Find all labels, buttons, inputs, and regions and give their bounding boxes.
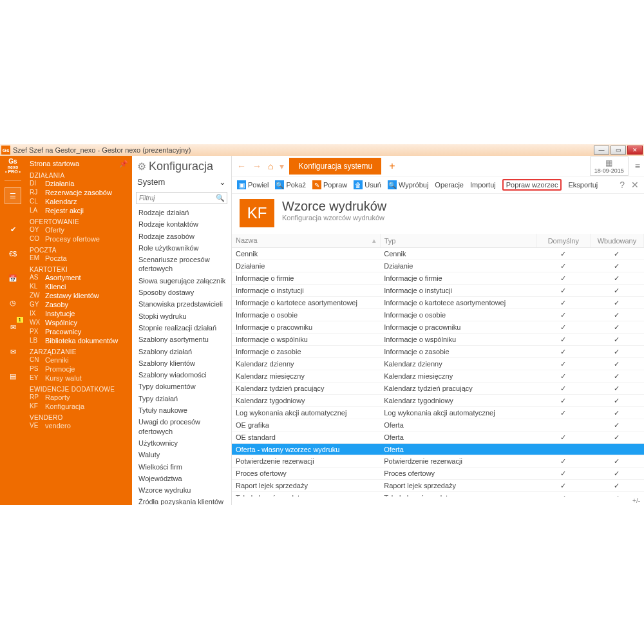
table-row[interactable]: CennikCennik✓✓: [232, 248, 644, 260]
tree-item[interactable]: Role użytkowników: [137, 242, 231, 254]
table-row[interactable]: Kalendarz tydzień pracującyKalendarz tyd…: [232, 383, 644, 395]
table-row[interactable]: Informacje o osobieInformacje o osobie✓✓: [232, 309, 644, 321]
sidebar-item[interactable]: KFKonfiguracja: [30, 402, 132, 411]
options-icon[interactable]: ≡: [635, 161, 640, 171]
tree-filter-input[interactable]: [136, 192, 227, 204]
certificate-icon[interactable]: ▤: [5, 368, 21, 384]
pin-icon[interactable]: 📌: [119, 160, 128, 168]
tree-item[interactable]: Szablony klientów: [137, 357, 231, 369]
search-icon[interactable]: 🔍: [216, 194, 225, 202]
sidebar-item[interactable]: CNCenniki: [30, 355, 132, 365]
table-row[interactable]: Kalendarz dziennyKalendarz dzienny✓✓: [232, 358, 644, 370]
tree-section[interactable]: System⌄: [132, 175, 231, 189]
close-button[interactable]: ✕: [627, 146, 643, 155]
sidebar-item[interactable]: EYKursy walut: [30, 374, 132, 383]
date-picker[interactable]: ▦18-09-2015: [590, 156, 629, 176]
grid[interactable]: Nazwa ▴ Typ Domyślny Wbudowany CennikCen…: [232, 234, 644, 497]
tree-item[interactable]: Wielkości firm: [137, 461, 231, 473]
check-circle-icon[interactable]: ✔: [5, 221, 21, 238]
col-typ[interactable]: Typ: [380, 234, 536, 248]
tree-item[interactable]: Użytkownicy: [137, 437, 231, 449]
table-row[interactable]: Oferta - własny wzorzec wydrukuOferta: [232, 444, 644, 455]
sidebar-item[interactable]: EMPoczta: [30, 254, 132, 263]
col-wbudowany[interactable]: Wbudowany: [590, 234, 643, 248]
tab-active[interactable]: Konfiguracja systemu: [289, 158, 381, 175]
tree-item[interactable]: Rodzaje działań: [137, 207, 231, 218]
table-row[interactable]: Informacje o wspólnikuInformacje o wspól…: [232, 334, 644, 346]
clock-icon[interactable]: ◷: [5, 294, 21, 311]
table-row[interactable]: Potwierdzenie rezerwacjiPotwierdzenie re…: [232, 455, 644, 468]
sidebar-item[interactable]: LBBiblioteka dokumentów: [30, 336, 132, 345]
popraw-wzorzec-button[interactable]: Popraw wzorzec: [502, 179, 562, 191]
tree-item[interactable]: Szablony wiadomości: [137, 369, 231, 381]
tree-item[interactable]: Województwa: [137, 473, 231, 484]
operacje-button[interactable]: Operacje: [435, 181, 464, 189]
table-row[interactable]: OE grafikaOferta✓: [232, 419, 644, 431]
mail-icon[interactable]: ✉: [5, 343, 21, 360]
sidebar-item[interactable]: PXPracownicy: [30, 327, 132, 336]
table-row[interactable]: Tabela kursów walutTabela kursów walut✓✓: [232, 492, 644, 497]
tree-item[interactable]: Sposoby dostawy: [137, 287, 231, 298]
tree-item[interactable]: Wzorce wydruku: [137, 484, 231, 496]
sidebar-item[interactable]: DIDziałania: [30, 179, 132, 188]
close-panel-icon[interactable]: ✕: [631, 180, 639, 190]
sidebar-item[interactable]: OYOferty: [30, 225, 132, 234]
table-row[interactable]: Proces ofertowyProces ofertowy✓✓: [232, 468, 644, 480]
table-row[interactable]: Log wykonania akcji automatycznejLog wyk…: [232, 407, 644, 419]
sidebar-item[interactable]: GYZasoby: [30, 300, 132, 309]
tree-item[interactable]: Stopki wydruku: [137, 310, 231, 322]
table-row[interactable]: Kalendarz miesięcznyKalendarz miesięczny…: [232, 370, 644, 383]
table-row[interactable]: Informacje o pracownikuInformacje o prac…: [232, 321, 644, 334]
col-nazwa[interactable]: Nazwa ▴: [232, 234, 380, 248]
table-row[interactable]: Informacje o firmieInformacje o firmie✓✓: [232, 272, 644, 285]
col-domyslny[interactable]: Domyślny: [536, 234, 590, 248]
tree-item[interactable]: Scenariusze procesów ofertowych: [137, 254, 231, 275]
table-row[interactable]: Informacje o instytucjiInformacje o inst…: [232, 285, 644, 297]
tree-item[interactable]: Źródła pozyskania klientów: [137, 496, 231, 505]
sidebar-item[interactable]: ASAsortyment: [30, 273, 132, 282]
tree-item[interactable]: Słowa sugerujące załącznik: [137, 275, 231, 287]
wyprobuj-button[interactable]: 🔍Wypróbuj: [388, 180, 428, 189]
tree-item[interactable]: Typy działań: [137, 393, 231, 404]
titlebar[interactable]: Gs Szef Szef na Gestor_nexo - Gestor nex…: [0, 144, 644, 156]
sidebar-start[interactable]: Strona startowa📌: [30, 158, 132, 169]
tree-item[interactable]: Waluty: [137, 449, 231, 460]
nav-back-icon[interactable]: ←: [236, 161, 247, 171]
chevron-down-icon[interactable]: ▾: [278, 161, 285, 171]
eksportuj-button[interactable]: Eksportuj: [568, 181, 598, 189]
tree-item[interactable]: Szablony działań: [137, 346, 231, 357]
sidebar-item[interactable]: KLKlienci: [30, 282, 132, 291]
popraw-button[interactable]: ✎Popraw: [312, 180, 347, 189]
grid-footer[interactable]: +/-: [232, 497, 644, 505]
sidebar-item[interactable]: RJRezerwacje zasobów: [30, 188, 132, 197]
table-row[interactable]: Informacje o kartotece asortymentowejInf…: [232, 297, 644, 309]
menu-icon[interactable]: ☰: [5, 187, 21, 204]
nav-fwd-icon[interactable]: →: [251, 161, 263, 171]
tree-item[interactable]: Rodzaje zasobów: [137, 231, 231, 242]
table-row[interactable]: Raport lejek sprzedażyRaport lejek sprze…: [232, 480, 644, 492]
tab-add[interactable]: +: [385, 160, 399, 172]
sidebar-item[interactable]: PSPromocje: [30, 365, 132, 374]
table-row[interactable]: Kalendarz tygodniowyKalendarz tygodniowy…: [232, 395, 644, 407]
sidebar-item[interactable]: LARejestr akcji: [30, 206, 132, 215]
currency-icon[interactable]: €$: [5, 245, 21, 262]
usun-button[interactable]: 🗑Usuń: [354, 180, 381, 189]
tree-item[interactable]: Rodzaje kontaktów: [137, 218, 231, 230]
sidebar-item[interactable]: RPRaporty: [30, 393, 132, 402]
tree-list[interactable]: Rodzaje działańRodzaje kontaktówRodzaje …: [132, 207, 231, 505]
powiel-button[interactable]: ▣Powiel: [237, 180, 269, 189]
help-icon[interactable]: ?: [620, 180, 625, 190]
sidebar-item[interactable]: ZWZestawy klientów: [30, 291, 132, 300]
pokaz-button[interactable]: 🔍Pokaż: [275, 180, 306, 189]
importuj-button[interactable]: Importuj: [470, 181, 496, 189]
tree-item[interactable]: Szablony asortymentu: [137, 334, 231, 345]
tree-item[interactable]: Stanowiska przedstawicieli: [137, 298, 231, 310]
sidebar-item[interactable]: CLKalendarz: [30, 197, 132, 206]
tree-item[interactable]: Tytuły naukowe: [137, 404, 231, 416]
calendar-check-icon[interactable]: 📅: [5, 270, 21, 287]
tree-item[interactable]: Stopnie realizacji działań: [137, 322, 231, 334]
tree-item[interactable]: Uwagi do procesów ofertowych: [137, 416, 231, 437]
tree-item[interactable]: Typy dokumentów: [137, 381, 231, 392]
maximize-button[interactable]: ▭: [611, 146, 626, 155]
sidebar-item[interactable]: COProcesy ofertowe: [30, 234, 132, 243]
